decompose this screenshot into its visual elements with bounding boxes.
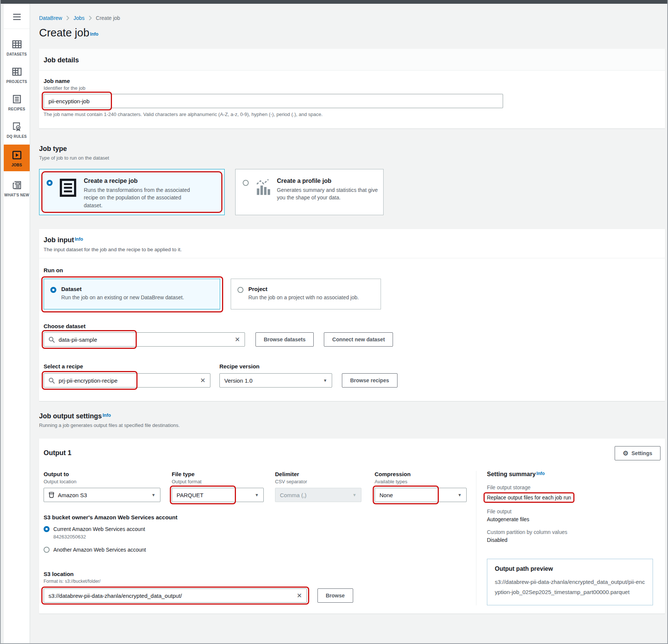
file-type-sublabel: Output format	[172, 479, 264, 484]
dataset-radio[interactable]	[50, 287, 56, 293]
settings-button[interactable]: ⚙ Settings	[615, 446, 660, 460]
sidebar-item-label: RECIPES	[8, 107, 25, 111]
s3-bucket-icon	[48, 492, 54, 498]
current-account-id: 842632050632	[53, 534, 476, 540]
current-account-radio[interactable]	[44, 526, 50, 532]
output-to-sublabel: Output location	[44, 479, 160, 484]
job-output-heading: Job output settingsInfo	[39, 412, 665, 420]
search-icon	[48, 377, 55, 384]
chevron-right-icon	[66, 15, 70, 21]
jobs-icon	[12, 150, 22, 160]
job-input-description: The input dataset for the job and the re…	[44, 247, 660, 252]
output-to-select[interactable]: Amazon S3 ▼	[44, 488, 160, 502]
menu-toggle-button[interactable]	[4, 4, 30, 29]
profile-job-tile[interactable]: Create a profile job Generates summary a…	[235, 169, 384, 215]
recipe-job-radio[interactable]	[47, 180, 53, 186]
job-output-description: Running a job generates output files at …	[39, 422, 665, 428]
sidebar-item-dq-rules[interactable]: DQ RULES	[4, 122, 30, 139]
browse-datasets-button[interactable]: Browse datasets	[255, 332, 314, 347]
recipe-version-select[interactable]: Version 1.0 ▼	[219, 373, 332, 388]
job-name-hint: Identifier for the job	[44, 85, 660, 91]
output-path-preview-title: Output path preview	[495, 566, 645, 572]
job-name-label: Job name	[44, 78, 660, 84]
dataset-tile-title: Dataset	[61, 286, 184, 292]
compression-label: Compression	[375, 471, 467, 477]
project-tile-description: Run the job on a project with no associa…	[248, 294, 359, 301]
job-type-subheading: Type of job to run on the dataset	[39, 155, 665, 161]
clear-s3-location-icon[interactable]: ✕	[297, 593, 302, 599]
databrew-create-job-page: DATASETS PROJECTS	[0, 0, 668, 644]
recipe-job-icon	[58, 178, 78, 198]
run-on-project-tile[interactable]: Project Run the job on a project with no…	[231, 279, 381, 309]
chevron-down-icon: ▼	[148, 493, 156, 497]
file-output-storage-label: File output storage	[487, 484, 653, 490]
choose-dataset-label: Choose dataset	[44, 323, 660, 329]
left-gutter	[1, 4, 4, 644]
breadcrumb-current: Create job	[96, 15, 120, 21]
s3-location-format-hint: Format is: s3://bucket/folder/	[44, 579, 476, 584]
breadcrumb-link-databrew[interactable]: DataBrew	[39, 15, 62, 21]
select-recipe-input[interactable]: prj-pii-encryption-recipe ✕	[44, 373, 210, 388]
chevron-down-icon: ▼	[319, 378, 327, 383]
run-on-dataset-tile[interactable]: Dataset Run the job on an existing or ne…	[44, 279, 220, 309]
dataset-tile-description: Run the job on an existing or new DataBr…	[61, 294, 184, 301]
profile-job-description: Generates summary and statistics that gi…	[277, 186, 378, 202]
file-output-label: File output	[487, 508, 653, 514]
projects-icon	[12, 67, 22, 77]
s3-location-input[interactable]: s3://databrew-pii-data-zhanla/encrypted_…	[44, 588, 307, 603]
clear-recipe-icon[interactable]: ✕	[200, 377, 206, 384]
job-output-info-link[interactable]: Info	[103, 413, 111, 418]
file-type-select[interactable]: PARQUET ▼	[172, 488, 264, 502]
project-radio[interactable]	[237, 287, 243, 293]
output-card: Output 1 ⚙ Settings Output to Output loc…	[39, 439, 665, 614]
recipe-job-tile[interactable]: Create a recipe job Runs the transformat…	[39, 169, 225, 215]
output-path-preview-value: s3://databrew-pii-data-zhanla/encrypted_…	[495, 577, 645, 597]
job-name-input[interactable]: pii-encyption-job	[44, 94, 503, 108]
sidebar-item-whats-new[interactable]: WHAT'S NEW	[4, 180, 30, 197]
side-navigation: DATASETS PROJECTS	[4, 4, 30, 644]
browse-recipes-button[interactable]: Browse recipes	[342, 373, 397, 388]
main-content: DataBrew Jobs Create job Create jobInfo …	[30, 4, 667, 644]
file-output-storage-value: Replace output files for each job run	[487, 493, 571, 502]
sidebar-item-label: JOBS	[11, 163, 22, 167]
search-icon	[48, 336, 55, 343]
s3-location-label: S3 location	[44, 571, 476, 577]
sidebar-item-jobs[interactable]: JOBS	[4, 145, 30, 171]
compression-select[interactable]: None ▼	[375, 488, 467, 502]
browse-s3-button[interactable]: Browse	[317, 588, 353, 603]
sidebar-item-projects[interactable]: PROJECTS	[4, 67, 30, 84]
select-recipe-label: Select a recipe	[44, 363, 210, 370]
recipe-job-title: Create a recipe job	[84, 178, 196, 184]
sidebar-item-recipes[interactable]: RECIPES	[4, 94, 30, 111]
profile-job-radio[interactable]	[243, 180, 249, 186]
breadcrumb: DataBrew Jobs Create job	[39, 15, 665, 21]
clear-dataset-icon[interactable]: ✕	[235, 336, 240, 343]
datasets-icon	[12, 39, 22, 49]
another-account-option[interactable]: Another Amazon Web Services account	[44, 547, 476, 553]
job-type-heading: Job type	[39, 145, 665, 153]
choose-dataset-input[interactable]: data-pii-sample ✕	[44, 332, 245, 347]
output-path-preview: Output path preview s3://databrew-pii-da…	[487, 559, 653, 605]
current-account-option[interactable]: Current Amazon Web Services account	[44, 526, 476, 532]
sidebar-item-label: DQ RULES	[7, 134, 27, 139]
job-input-info-link[interactable]: Info	[75, 237, 83, 242]
profile-job-icon	[254, 178, 271, 196]
hamburger-icon	[12, 13, 22, 21]
page-info-link[interactable]: Info	[90, 32, 98, 37]
recipe-job-description: Runs the transformations from the associ…	[84, 186, 196, 209]
custom-partition-value: Disabled	[487, 537, 653, 543]
job-details-card: Job details Job name Identifier for the …	[39, 49, 665, 128]
connect-new-dataset-button[interactable]: Connect new dataset	[324, 332, 393, 347]
sidebar-item-label: WHAT'S NEW	[4, 193, 29, 197]
setting-summary-info-link[interactable]: Info	[537, 471, 545, 476]
recipes-icon	[12, 94, 22, 104]
run-on-label: Run on	[44, 267, 660, 273]
delimiter-select: Comma (,) ▼	[275, 488, 361, 502]
sidebar-item-label: PROJECTS	[6, 80, 27, 84]
sidebar-item-datasets[interactable]: DATASETS	[4, 39, 30, 56]
another-account-radio[interactable]	[44, 547, 50, 553]
delimiter-sublabel: CSV separator	[275, 479, 361, 484]
chevron-right-icon	[88, 15, 92, 21]
job-input-header: Job inputInfo The input dataset for the …	[39, 229, 665, 258]
breadcrumb-link-jobs[interactable]: Jobs	[73, 15, 85, 21]
